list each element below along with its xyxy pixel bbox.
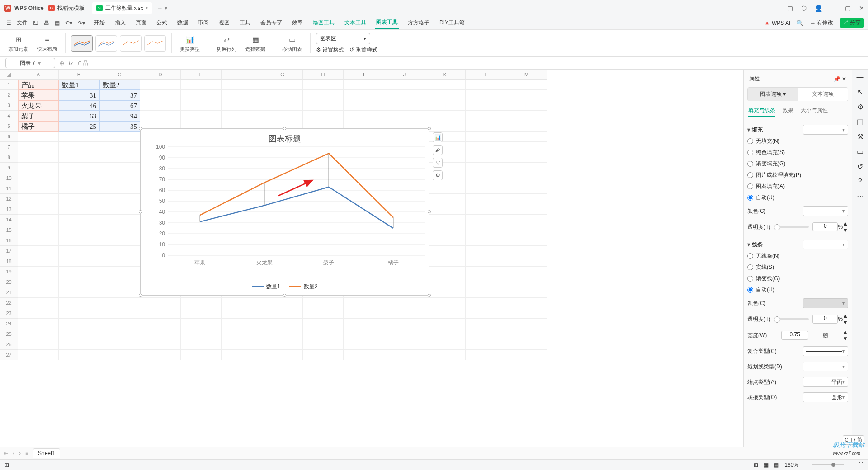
chart-elements-icon[interactable]: 📊 [433,132,443,142]
cap-select[interactable]: 平面 ▾ [803,377,848,387]
line-preset-select[interactable]: ▾ [803,240,848,249]
menu-icon[interactable]: ☰ [4,20,14,26]
fill-trans-input[interactable]: 0 [812,222,838,231]
zoom-icon[interactable]: ⊕ [60,60,64,66]
line-solid-radio[interactable] [747,264,753,270]
move-chart-button[interactable]: ▭移动图表 [279,34,305,52]
cube-icon[interactable]: ⬡ [801,5,807,12]
tab-texttools[interactable]: 文本工具 [344,17,367,28]
minimize-icon[interactable]: — [830,5,837,12]
line-section-header[interactable]: ▾ 线条 [747,239,763,250]
tab-tools[interactable]: 工具 [239,17,251,28]
line-none-radio[interactable] [747,253,753,259]
line-gradient-radio[interactable] [747,276,753,282]
column-headers[interactable]: ABCDEFGHIJKLM [18,70,547,80]
add-tab-button[interactable]: + [158,4,162,12]
fill-gradient-radio[interactable] [747,161,753,167]
avatar-icon[interactable]: 👤 [815,5,822,12]
redo-icon[interactable]: ↷▾ [75,20,88,26]
list-sheets-icon[interactable]: ≡ [25,450,28,456]
subtab-size-props[interactable]: 大小与属性 [801,107,828,117]
fill-preset-select[interactable]: ▾ [803,125,848,135]
zoom-level[interactable]: 160% [784,462,798,468]
select-all-corner[interactable]: ◢ [0,70,18,80]
reset-style-button[interactable]: ↺ 重置样式 [349,46,377,54]
more-icon[interactable]: ⋯ [857,192,864,200]
modify-status[interactable]: ☁ 有修改 [810,19,833,27]
tab-view[interactable]: 视图 [218,17,231,28]
select-data-button[interactable]: ▦选择数据 [243,34,268,52]
add-element-button[interactable]: ⊞添加元素 [5,34,31,52]
undo-icon[interactable]: ↶▾ [62,20,75,26]
pin-icon[interactable]: 📌 [834,76,840,82]
fill-color-select[interactable]: ▾ [803,206,848,216]
tab-fangfang[interactable]: 方方格子 [407,17,430,28]
formula-content[interactable]: 产品 [77,59,88,67]
wpsai-button[interactable]: 🔺 WPS AI [764,20,791,26]
tab-insert[interactable]: 插入 [114,17,127,28]
change-type-button[interactable]: 📊更换类型 [177,34,203,52]
quick-layout-button[interactable]: ≡快速布局 [34,34,60,52]
chart-object[interactable]: 图表标题 0102030405060708090100苹果火龙果梨子橘子 数量1… [140,128,429,296]
spreadsheet-area[interactable]: ◢ ABCDEFGHIJKLM 123456789101112131415161… [0,70,743,446]
view-normal-icon[interactable]: ⊞ [754,462,758,468]
tab-workbook[interactable]: S 工作簿数量.xlsx • [92,2,152,14]
fill-auto-radio[interactable] [747,195,753,201]
style-3[interactable] [120,35,142,52]
search-icon[interactable]: 🔍 [797,20,803,26]
save-icon[interactable]: 🖫 [30,20,41,26]
line-trans-slider[interactable] [774,318,809,320]
maximize-icon[interactable]: ▢ [845,5,851,12]
preview-icon[interactable]: ▤ [52,20,62,26]
history-icon[interactable]: ↺ [857,162,863,171]
tools-icon[interactable]: ⚒ [857,132,863,141]
line-trans-input[interactable]: 0 [812,315,838,324]
share-button[interactable]: ↗ 分享 [840,18,864,28]
tab-text-options[interactable]: 文本选项 [798,88,848,101]
tab-chart-options[interactable]: 图表选项 ▾ [748,88,798,101]
chart-filter-icon[interactable]: ▽ [433,158,443,168]
close-icon[interactable]: ✕ [859,5,864,12]
chart-element-select[interactable]: 图表区▾ [316,33,370,44]
settings-icon[interactable]: ⚙ [857,103,863,111]
tab-review[interactable]: 审阅 [197,17,210,28]
prev-sheet-icon[interactable]: ‹ [13,450,14,456]
style-1[interactable] [71,35,93,52]
file-menu[interactable]: 文件 [14,19,30,27]
style-2[interactable] [95,35,117,52]
plot-area[interactable]: 0102030405060708090100苹果火龙果梨子橘子 [154,147,420,268]
help-icon[interactable]: ? [858,177,862,185]
window-app-icon[interactable]: ▢ [787,5,793,12]
sheet-tab-1[interactable]: Sheet1 [33,448,60,458]
fx-label[interactable]: fx [69,60,73,66]
collapse-icon[interactable]: — [857,73,864,81]
fill-picture-radio[interactable] [747,172,753,178]
first-sheet-icon[interactable]: ⇤ [4,450,8,456]
switch-rowcol-button[interactable]: ⇄切换行列 [214,34,239,52]
next-sheet-icon[interactable]: › [19,450,21,456]
subtab-effects[interactable]: 效果 [783,107,793,117]
add-sheet-icon[interactable]: + [65,450,68,456]
zoom-slider[interactable] [812,464,844,465]
line-auto-radio[interactable] [747,287,753,293]
chart-title[interactable]: 图表标题 [141,129,429,149]
set-format-button[interactable]: ⚙ 设置格式 [316,46,344,54]
fill-trans-slider[interactable] [774,226,809,228]
close-panel-icon[interactable]: ✕ [842,76,846,82]
forms-icon[interactable]: ▭ [857,147,863,156]
chart-legend[interactable]: 数量1 数量2 [141,283,429,291]
tab-templates[interactable]: D 找稻壳模板 [44,2,89,14]
fullscreen-icon[interactable]: ⛶ [858,462,863,468]
shapes-icon[interactable]: ◫ [857,118,863,126]
subtab-fill-line[interactable]: 填充与线条 [748,107,775,117]
tab-formula[interactable]: 公式 [156,17,168,28]
tab-vip[interactable]: 会员专享 [259,17,283,28]
join-select[interactable]: 圆形 ▾ [803,392,848,402]
compound-select[interactable]: ▾ [803,346,848,356]
cursor-icon[interactable]: ↖ [857,88,863,96]
name-box[interactable]: 图表 7▾ [5,58,55,68]
fill-solid-radio[interactable] [747,150,753,155]
tab-menu-icon[interactable]: ▾ [165,5,167,11]
zoom-in-icon[interactable]: + [849,462,853,468]
tab-charttools[interactable]: 图表工具 [375,17,399,29]
